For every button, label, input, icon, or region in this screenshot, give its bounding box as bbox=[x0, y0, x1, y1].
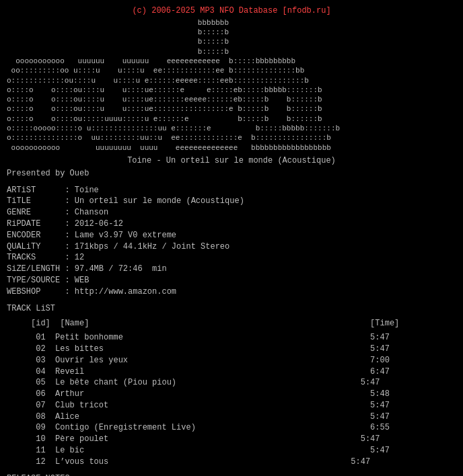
track-row: 05 Le bête chant (Piou piou) 5:47 bbox=[7, 377, 456, 389]
track-columns: [id] [Name] [Time] bbox=[7, 318, 456, 329]
track-row: 07 Club tricot 5:47 bbox=[7, 400, 456, 411]
metadata-block: ARTiST : Toine TiTLE : Un orteil sur le … bbox=[7, 185, 456, 298]
release-notes-header: RELEASE NOTES bbox=[7, 473, 456, 476]
track-row: 10 Père poulet 5:47 bbox=[7, 434, 456, 445]
tracks-container: 01 Petit bonhomme 5:47 02 Les bittes 5:4… bbox=[7, 332, 456, 468]
album-title: Toine - Un orteil sur le monde (Acoustiq… bbox=[7, 155, 456, 167]
track-list-header: TRACK LiST bbox=[7, 303, 456, 315]
track-row: 11 Le bic 5:47 bbox=[7, 445, 456, 457]
track-row: 03 Ouvrir les yeux 7:00 bbox=[7, 355, 456, 366]
ascii-art: bbbbbbb b:::::b b:::::b b:::::b oooooooo… bbox=[7, 18, 456, 153]
track-row: 08 Alice 5:47 bbox=[7, 411, 456, 423]
track-row: 06 Arthur 5:48 bbox=[7, 389, 456, 400]
track-row: 09 Contigo (Enregistrement Live) 6:55 bbox=[7, 422, 456, 434]
track-row: 02 Les bittes 5:47 bbox=[7, 344, 456, 355]
track-row: 01 Petit bonhomme 5:47 bbox=[7, 332, 456, 344]
track-row: 04 Reveil 6:47 bbox=[7, 366, 456, 378]
header-title: (c) 2006-2025 MP3 NFO Database [nfodb.ru… bbox=[7, 5, 456, 17]
track-row: 12 L’vous tous 5:47 bbox=[7, 457, 456, 468]
presented-by: Presented by Oueb bbox=[7, 168, 456, 180]
